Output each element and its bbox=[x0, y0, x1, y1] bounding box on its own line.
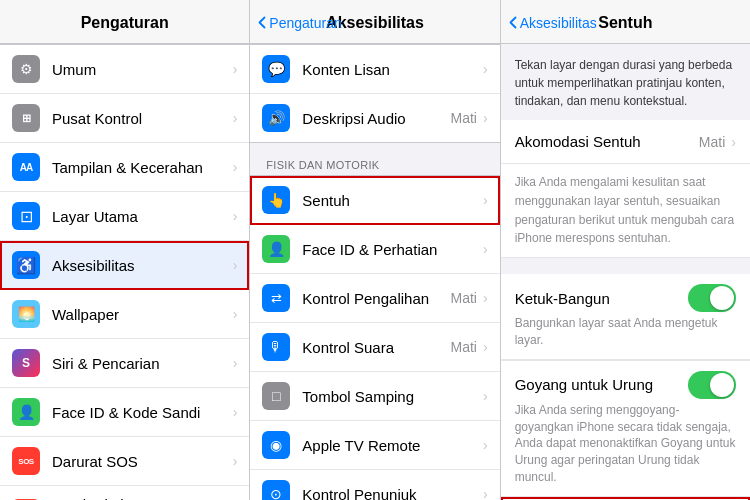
ketuk-bangun-title: Ketuk-Bangun bbox=[515, 290, 610, 307]
deskripsi-audio-icon: 🔊 bbox=[262, 104, 290, 132]
aksesibilitas-label: Aksesibilitas bbox=[52, 257, 233, 274]
chevron-apple-tv: › bbox=[483, 437, 488, 453]
list-item-kontrol-suara[interactable]: 🎙 Kontrol Suara Mati › bbox=[250, 323, 499, 372]
kontrol-pengalihan-icon: ⇄ bbox=[262, 284, 290, 312]
aksesibilitas-icon: ♿ bbox=[12, 251, 40, 279]
panel2-back-label: Pengaturan bbox=[269, 15, 341, 31]
face-id-perhatian-label: Face ID & Perhatian bbox=[302, 241, 483, 258]
panel1-title: Pengaturan bbox=[81, 14, 169, 32]
apple-tv-icon: ◉ bbox=[262, 431, 290, 459]
list-item-kontrol-pengalihan[interactable]: ⇄ Kontrol Pengalihan Mati › bbox=[250, 274, 499, 323]
chevron-sentuh: › bbox=[483, 192, 488, 208]
list-item-pusat-kontrol[interactable]: ⊞ Pusat Kontrol › bbox=[0, 94, 249, 143]
list-item-darurat[interactable]: SOS Darurat SOS › bbox=[0, 437, 249, 486]
list-item-tampilan[interactable]: AA Tampilan & Kecerahan › bbox=[0, 143, 249, 192]
goyang-urung-toggle[interactable] bbox=[688, 371, 736, 399]
list-item-tombol-samping[interactable]: □ Tombol Samping › bbox=[250, 372, 499, 421]
chevron-deskripsi-audio: › bbox=[483, 110, 488, 126]
list-item-apple-tv[interactable]: ◉ Apple TV Remote › bbox=[250, 421, 499, 470]
tombol-samping-label: Tombol Samping bbox=[302, 388, 483, 405]
pusat-kontrol-label: Pusat Kontrol bbox=[52, 110, 233, 127]
list-item-sentuh[interactable]: 👆 Sentuh › bbox=[250, 176, 499, 225]
face-id-label: Face ID & Kode Sandi bbox=[52, 404, 233, 421]
section-fisik-header: FISIK DAN MOTORIK bbox=[250, 143, 499, 175]
kontrol-suara-icon: 🎙 bbox=[262, 333, 290, 361]
face-id-icon: 👤 bbox=[12, 398, 40, 426]
akomodasi-sentuh-value: Mati bbox=[699, 134, 725, 150]
chevron-layar: › bbox=[233, 208, 238, 224]
tampilan-icon: AA bbox=[12, 153, 40, 181]
wallpaper-label: Wallpaper bbox=[52, 306, 233, 323]
akomodasi-sentuh-item[interactable]: Akomodasi Sentuh Mati › bbox=[501, 120, 750, 164]
panel2-header: Pengaturan Aksesibilitas bbox=[250, 0, 499, 44]
chevron-pusat-kontrol: › bbox=[233, 110, 238, 126]
chevron-akomodasi: › bbox=[731, 134, 736, 150]
ketuk-bangun-item: Ketuk-Bangun Bangunkan layar saat Anda m… bbox=[501, 274, 750, 360]
darurat-label: Darurat SOS bbox=[52, 453, 233, 470]
panel1-header: Pengaturan bbox=[0, 0, 249, 44]
panel3-back-button[interactable]: Aksesibilitas bbox=[509, 15, 597, 31]
ketuk-bangun-toggle[interactable] bbox=[688, 284, 736, 312]
panel-aksesibilitas: Pengaturan Aksesibilitas 💬 Konten Lisan … bbox=[250, 0, 500, 500]
wallpaper-icon: 🌅 bbox=[12, 300, 40, 328]
siri-icon: S bbox=[12, 349, 40, 377]
panel3-header: Aksesibilitas Sentuh bbox=[501, 0, 750, 44]
ketuk-bangun-desc: Bangunkan layar saat Anda mengetuk layar… bbox=[515, 315, 736, 349]
panel2-section2: 👆 Sentuh › 👤 Face ID & Perhatian › ⇄ Kon… bbox=[250, 175, 499, 500]
tampilan-label: Tampilan & Kecerahan bbox=[52, 159, 233, 176]
face-id-perhatian-icon: 👤 bbox=[262, 235, 290, 263]
list-item-aksesibilitas[interactable]: ♿ Aksesibilitas › bbox=[0, 241, 249, 290]
kontrol-penunjuk-label: Kontrol Penunjuk bbox=[302, 486, 483, 501]
panel3-content: Tekan layar dengan durasi yang berbeda u… bbox=[501, 44, 750, 500]
sentuh-section2: Ketuk-Bangun Bangunkan layar saat Anda m… bbox=[501, 274, 750, 500]
kontrol-pengalihan-value: Mati bbox=[451, 290, 477, 306]
list-item-layar-utama[interactable]: ⊡ Layar Utama › bbox=[0, 192, 249, 241]
ketuk-bangun-header: Ketuk-Bangun bbox=[515, 284, 736, 312]
chevron-kontrol-pengalihan: › bbox=[483, 290, 488, 306]
umum-label: Umum bbox=[52, 61, 233, 78]
konten-lisan-icon: 💬 bbox=[262, 55, 290, 83]
apple-tv-label: Apple TV Remote bbox=[302, 437, 483, 454]
goyang-urung-title: Goyang untuk Urung bbox=[515, 376, 653, 393]
chevron-kontrol-suara: › bbox=[483, 339, 488, 355]
list-item-siri[interactable]: S Siri & Pencarian › bbox=[0, 339, 249, 388]
sentuh-icon: 👆 bbox=[262, 186, 290, 214]
panel-pengaturan: Pengaturan ⚙ Umum › ⊞ Pusat Kontrol › AA… bbox=[0, 0, 250, 500]
list-item-deskripsi-audio[interactable]: 🔊 Deskripsi Audio Mati › bbox=[250, 94, 499, 142]
panel1-scroll: ⚙ Umum › ⊞ Pusat Kontrol › AA Tampilan &… bbox=[0, 44, 249, 500]
list-item-kontrol-penunjuk[interactable]: ⊙ Kontrol Penunjuk › bbox=[250, 470, 499, 500]
akomodasi-sentuh-title: Akomodasi Sentuh bbox=[515, 133, 699, 150]
list-item-umum[interactable]: ⚙ Umum › bbox=[0, 45, 249, 94]
darurat-icon: SOS bbox=[12, 447, 40, 475]
chevron-umum: › bbox=[233, 61, 238, 77]
list-item-pemberitahuan[interactable]: ✳ Pemberitahuan Pemaparan › bbox=[0, 486, 249, 500]
kontrol-suara-value: Mati bbox=[451, 339, 477, 355]
akomodasi-sentuh-desc: Jika Anda mengalami kesulitan saat mengg… bbox=[515, 175, 735, 245]
deskripsi-audio-value: Mati bbox=[451, 110, 477, 126]
pusat-kontrol-icon: ⊞ bbox=[12, 104, 40, 132]
goyang-urung-header: Goyang untuk Urung bbox=[515, 371, 736, 399]
chevron-siri: › bbox=[233, 355, 238, 371]
list-item-wallpaper[interactable]: 🌅 Wallpaper › bbox=[0, 290, 249, 339]
goyang-urung-desc: Jika Anda sering menggoyang-goyangkan iP… bbox=[515, 402, 736, 486]
pemberitahuan-label: Pemberitahuan Pemaparan bbox=[52, 496, 233, 500]
list-item-face-id[interactable]: 👤 Face ID & Kode Sandi › bbox=[0, 388, 249, 437]
chevron-tampilan: › bbox=[233, 159, 238, 175]
konten-lisan-label: Konten Lisan bbox=[302, 61, 483, 78]
list-item-konten-lisan[interactable]: 💬 Konten Lisan › bbox=[250, 45, 499, 94]
panel2-section1: 💬 Konten Lisan › 🔊 Deskripsi Audio Mati … bbox=[250, 44, 499, 143]
panel-sentuh: Aksesibilitas Sentuh Tekan layar dengan … bbox=[501, 0, 750, 500]
chevron-kontrol-penunjuk: › bbox=[483, 486, 488, 500]
panel2-scroll: 💬 Konten Lisan › 🔊 Deskripsi Audio Mati … bbox=[250, 44, 499, 500]
goyang-urung-knob bbox=[710, 373, 734, 397]
chevron-konten-lisan: › bbox=[483, 61, 488, 77]
panel3-title: Sentuh bbox=[598, 14, 652, 32]
ketuk-bangun-knob bbox=[710, 286, 734, 310]
kontrol-suara-label: Kontrol Suara bbox=[302, 339, 450, 356]
sentuh-intro: Tekan layar dengan durasi yang berbeda u… bbox=[501, 44, 750, 120]
list-item-face-id-perhatian[interactable]: 👤 Face ID & Perhatian › bbox=[250, 225, 499, 274]
panel2-back-button[interactable]: Pengaturan bbox=[258, 15, 341, 31]
layar-utama-label: Layar Utama bbox=[52, 208, 233, 225]
umum-icon: ⚙ bbox=[12, 55, 40, 83]
chevron-darurat: › bbox=[233, 453, 238, 469]
